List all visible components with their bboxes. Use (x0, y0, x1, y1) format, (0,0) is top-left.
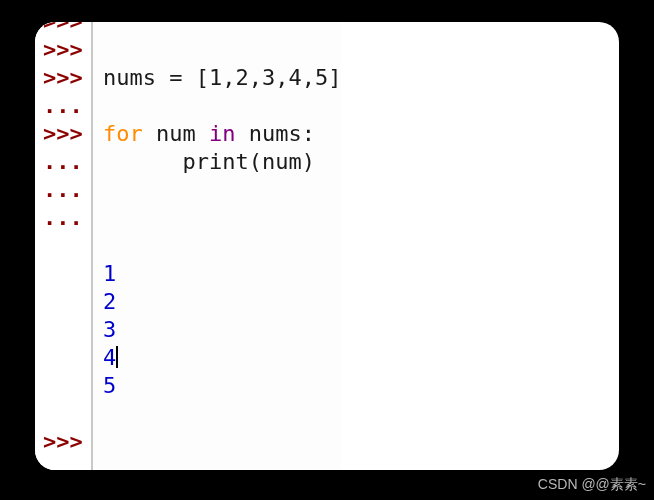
output-line: 5 (103, 372, 341, 400)
paren-open: ( (249, 149, 262, 174)
code-line (103, 92, 341, 120)
gutter-blank (43, 316, 85, 344)
paren-close: ) (302, 149, 315, 174)
gutter-blank (43, 344, 85, 372)
output-value: 4 (103, 345, 116, 370)
code-line (103, 204, 341, 232)
output-line: 3 (103, 316, 341, 344)
watermark: CSDN @@素素~ (538, 476, 646, 494)
code-line: nums = [1,2,3,4,5] (103, 64, 341, 92)
iterable: nums: (235, 121, 314, 146)
prompt-continuation: ... (43, 92, 85, 120)
prompt-primary: >>> (43, 36, 85, 64)
code-line (103, 400, 341, 428)
code-content[interactable]: nums = [1,2,3,4,5] for num in nums: prin… (93, 22, 341, 470)
prompt-primary: >>> (43, 22, 85, 36)
prompt-gutter: >>> >>> >>> ... >>> ... ... ... >>> (35, 22, 93, 470)
gutter-blank (43, 372, 85, 400)
output-line: 2 (103, 288, 341, 316)
keyword-for: for (103, 121, 143, 146)
code-line: for num in nums: (103, 120, 341, 148)
assignment: nums = [1,2,3,4,5] (103, 65, 341, 90)
code-line (103, 176, 341, 204)
prompt-primary: >>> (43, 428, 85, 456)
code-line (103, 36, 341, 64)
terminal-window: >>> >>> >>> ... >>> ... ... ... >>> nums… (35, 22, 619, 470)
gutter-blank (43, 400, 85, 428)
func-print: print (182, 149, 248, 174)
prompt-continuation: ... (43, 204, 85, 232)
indent (103, 149, 182, 174)
prompt-primary: >>> (43, 64, 85, 92)
code-line: print(num) (103, 148, 341, 176)
keyword-in: in (209, 121, 236, 146)
gutter-blank (43, 232, 85, 260)
prompt-continuation: ... (43, 176, 85, 204)
text-cursor (116, 346, 118, 368)
output-line: 4 (103, 344, 341, 372)
prompt-continuation: ... (43, 148, 85, 176)
gutter-blank (43, 260, 85, 288)
code-line (103, 232, 341, 260)
gutter-blank (43, 288, 85, 316)
loop-var: num (143, 121, 209, 146)
code-area: >>> >>> >>> ... >>> ... ... ... >>> nums… (35, 22, 619, 470)
code-line (103, 22, 341, 36)
prompt-primary: >>> (43, 120, 85, 148)
output-line: 1 (103, 260, 341, 288)
arg: num (262, 149, 302, 174)
